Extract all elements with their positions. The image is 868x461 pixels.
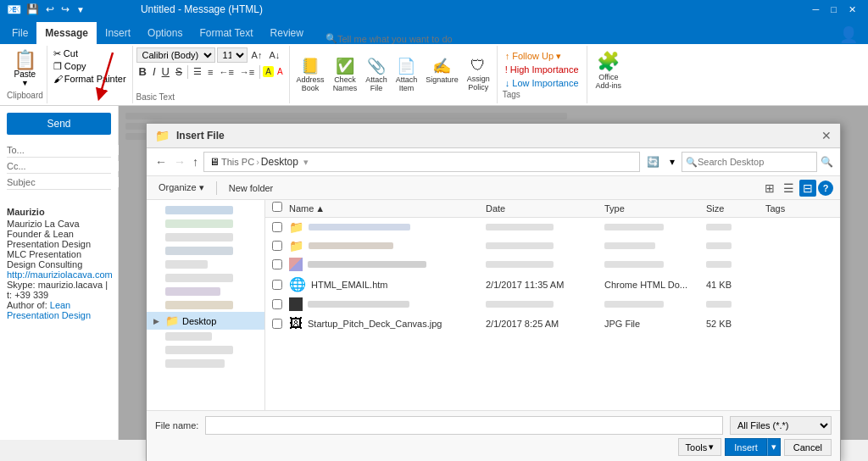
tell-me-input[interactable] xyxy=(337,34,490,44)
organize-button[interactable]: Organize ▾ xyxy=(153,181,209,195)
increase-indent-button[interactable]: →≡ xyxy=(237,66,257,78)
signature-url[interactable]: http://mauriziolacava.com xyxy=(7,269,113,280)
font-size-select[interactable]: 11 xyxy=(217,47,248,63)
decrease-indent-button[interactable]: ←≡ xyxy=(216,66,236,78)
quick-access-redo[interactable]: ↪ xyxy=(59,3,71,15)
quick-access-undo[interactable]: ↩ xyxy=(44,3,56,15)
tree-item[interactable] xyxy=(147,285,264,298)
clipboard-group: 📋 Paste ▼ Clipboard xyxy=(3,46,47,103)
customize-btn[interactable]: ▼ xyxy=(75,5,86,14)
cut-button[interactable]: ✂ Cut xyxy=(51,47,129,60)
font-shrink-button[interactable]: A↓ xyxy=(266,49,282,61)
maximize-button[interactable]: □ xyxy=(826,0,842,19)
insert-button[interactable]: Insert xyxy=(725,438,767,456)
follow-up-button[interactable]: ↑ Follow Up ▾ xyxy=(503,50,581,63)
row-checkbox[interactable] xyxy=(272,222,282,232)
file-row-blurred[interactable] xyxy=(265,295,840,314)
view-list-button[interactable]: ☰ xyxy=(780,180,798,197)
address-dropdown-button[interactable]: ▾ xyxy=(666,154,678,169)
refresh-button[interactable]: 🔄 xyxy=(643,154,663,169)
font-name-select[interactable]: Calibri (Body) xyxy=(136,47,215,63)
file-row-blurred[interactable]: 📁 xyxy=(265,218,840,236)
select-all-checkbox[interactable] xyxy=(272,202,282,212)
address-book-button[interactable]: 📒 AddressBook xyxy=(293,55,328,94)
name-col-header[interactable]: Name ▲ xyxy=(289,202,486,215)
tree-item[interactable] xyxy=(147,230,264,244)
format-painter-button[interactable]: 🖌 Format Painter xyxy=(51,73,129,85)
filename-input[interactable] xyxy=(205,416,723,435)
check-names-button[interactable]: ✅ CheckNames xyxy=(330,55,361,94)
assign-policy-button[interactable]: 🛡 AssignPolicy xyxy=(464,55,493,94)
help-button[interactable]: ? xyxy=(818,181,833,196)
tab-message[interactable]: Message xyxy=(36,22,97,44)
italic-button[interactable]: I xyxy=(150,64,159,79)
date-col-header[interactable]: Date xyxy=(486,202,604,215)
tab-file[interactable]: File xyxy=(3,22,36,44)
dialog-titlebar: 📁 Insert File ✕ xyxy=(147,124,840,148)
underline-button[interactable]: U xyxy=(159,64,172,79)
new-folder-button[interactable]: New folder xyxy=(224,181,279,195)
tree-item[interactable] xyxy=(147,258,264,271)
tree-item[interactable] xyxy=(147,244,264,258)
file-row-blurred[interactable]: 📁 xyxy=(265,236,840,255)
view-details-button[interactable]: ⊟ xyxy=(799,180,816,197)
search-input[interactable] xyxy=(698,157,815,167)
tree-item[interactable] xyxy=(147,271,264,285)
row-checkbox[interactable] xyxy=(272,299,282,309)
row-checkbox[interactable] xyxy=(272,319,282,329)
row-checkbox[interactable] xyxy=(272,259,282,269)
search-go-button[interactable]: 🔍 xyxy=(821,156,833,168)
tree-item[interactable] xyxy=(147,343,264,357)
breadcrumb-dropdown[interactable]: ▾ xyxy=(303,157,309,168)
minimize-button[interactable]: ─ xyxy=(808,0,825,19)
row-checkbox[interactable] xyxy=(272,241,282,251)
file-row-blurred[interactable] xyxy=(265,255,840,274)
paste-button[interactable]: 📋 Paste ▼ xyxy=(12,49,38,89)
forward-button[interactable]: → xyxy=(172,153,187,170)
low-importance-button[interactable]: ↓ Low Importance xyxy=(503,77,581,89)
tree-item[interactable] xyxy=(147,357,264,370)
copy-button[interactable]: ❐ Copy xyxy=(51,60,129,73)
size-col-header[interactable]: Size xyxy=(706,202,765,215)
bottom-buttons: Tools ▾ Insert ▾ Cancel xyxy=(155,438,832,456)
dialog-close-button[interactable]: ✕ xyxy=(821,129,832,142)
signature-button[interactable]: ✍ Signature xyxy=(422,55,462,94)
font-color-button[interactable]: A xyxy=(275,66,286,77)
attach-item-button[interactable]: 📄 AttachItem xyxy=(392,55,421,94)
search-icon: 🔍 xyxy=(686,157,698,168)
row-checkbox[interactable] xyxy=(272,280,282,290)
numbering-button[interactable]: ≡ xyxy=(205,66,215,78)
high-importance-button[interactable]: ! High Importance xyxy=(503,64,581,75)
tree-item[interactable] xyxy=(147,298,264,312)
file-row-jpg[interactable]: 🖼 Startup_Pitch_Deck_Canvas.jpg 2/1/2017… xyxy=(265,314,840,334)
tags-col-header[interactable]: Tags xyxy=(765,202,833,215)
bold-button[interactable]: B xyxy=(136,64,149,79)
strikethrough-button[interactable]: S xyxy=(173,65,185,79)
view-grid-button[interactable]: ⊞ xyxy=(761,180,778,197)
insert-dropdown-button[interactable]: ▾ xyxy=(767,438,781,456)
tree-item[interactable] xyxy=(147,203,264,217)
tab-options[interactable]: Options xyxy=(139,22,191,44)
bullets-button[interactable]: ☰ xyxy=(191,65,204,78)
tree-item-desktop[interactable]: ▶ 📁 Desktop xyxy=(147,312,264,330)
tools-button[interactable]: Tools ▾ xyxy=(678,438,722,456)
office-addins-button[interactable]: 🧩 OfficeAdd-ins xyxy=(593,49,626,92)
font-grow-button[interactable]: A↑ xyxy=(249,49,265,61)
signature-author-link[interactable]: Lean Presentation Design xyxy=(7,300,91,320)
highlight-button[interactable]: A xyxy=(263,66,274,77)
filetype-select[interactable]: All Files (*.*) xyxy=(730,416,832,435)
back-button[interactable]: ← xyxy=(153,153,169,170)
tab-format-text[interactable]: Format Text xyxy=(191,22,261,44)
tab-insert[interactable]: Insert xyxy=(97,22,139,44)
type-col-header[interactable]: Type xyxy=(604,202,706,215)
close-button[interactable]: ✕ xyxy=(843,0,861,19)
tree-item[interactable] xyxy=(147,217,264,230)
tree-item[interactable] xyxy=(147,330,264,343)
tab-review[interactable]: Review xyxy=(262,22,312,44)
attach-file-button[interactable]: 📎 AttachFile xyxy=(362,55,391,94)
cancel-button[interactable]: Cancel xyxy=(784,439,832,456)
up-button[interactable]: ↑ xyxy=(191,153,200,170)
file-row-html[interactable]: 🌐 HTML_EMAIL.htm 2/1/2017 11:35 AM Chrom… xyxy=(265,274,840,295)
send-button[interactable]: Send xyxy=(7,113,111,135)
quick-access-save[interactable]: 💾 xyxy=(25,3,41,15)
